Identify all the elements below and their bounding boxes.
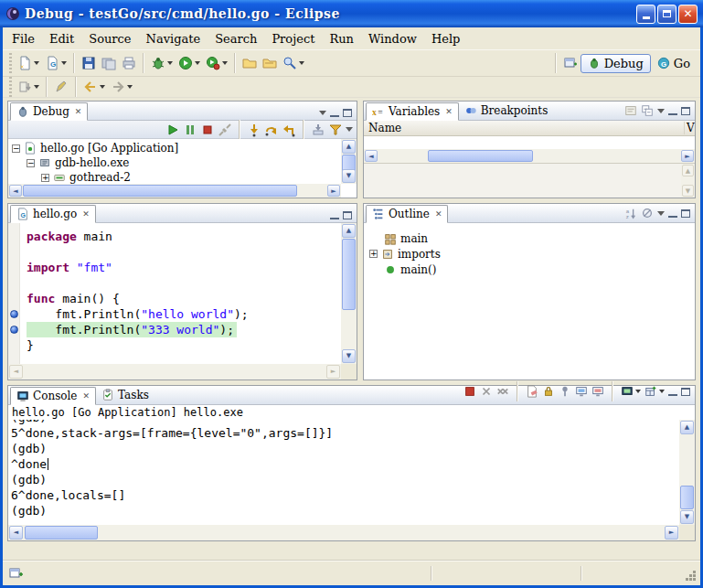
minimize-view-icon[interactable]: [330, 109, 339, 117]
dropdown-arrow-icon[interactable]: [127, 85, 133, 89]
last-edit-location-button[interactable]: [51, 76, 71, 98]
scroll-left-icon[interactable]: ◄: [9, 185, 22, 197]
external-tools-button[interactable]: [203, 52, 230, 74]
scroll-left-icon[interactable]: ◄: [9, 526, 23, 540]
view-menu-icon[interactable]: [657, 211, 665, 216]
perspective-debug-button[interactable]: Debug: [581, 54, 651, 73]
dropdown-arrow-icon[interactable]: [222, 61, 228, 65]
dropdown-arrow-icon[interactable]: [34, 85, 39, 89]
console-vertical-scrollbar[interactable]: ▲ ▼: [679, 420, 695, 525]
toolbar-handle[interactable]: [9, 53, 12, 73]
dropdown-arrow-icon[interactable]: [299, 61, 304, 65]
variables-tree-area[interactable]: [364, 136, 695, 149]
print-button[interactable]: [119, 52, 139, 74]
collapse-expander-icon[interactable]: −: [27, 159, 35, 167]
view-menu-icon[interactable]: [657, 109, 665, 113]
scrollbar-thumb[interactable]: [680, 486, 694, 509]
show-on-stdout-icon[interactable]: [575, 385, 588, 398]
maximize-view-icon[interactable]: [681, 388, 690, 396]
step-into-icon[interactable]: [247, 123, 261, 137]
menu-window[interactable]: Window: [361, 29, 424, 48]
scrollbar-thumb[interactable]: [342, 239, 356, 310]
debug-tree-row[interactable]: − hello.go [Go Application]: [8, 141, 357, 155]
editor-horizontal-scrollbar[interactable]: ◄ ►: [8, 364, 341, 380]
close-tab-icon[interactable]: ✕: [435, 209, 442, 219]
dropdown-arrow-icon[interactable]: [167, 61, 173, 65]
fast-view-bar-icon[interactable]: [8, 566, 23, 581]
menu-navigate[interactable]: Navigate: [139, 29, 208, 48]
toolbar-handle[interactable]: [9, 77, 12, 97]
variables-table-header[interactable]: Name V: [364, 121, 695, 136]
collapse-expander-icon[interactable]: −: [12, 144, 20, 153]
debug-tree[interactable]: − hello.go [Go Application] − gdb-hello.…: [8, 139, 357, 198]
dropdown-arrow-icon[interactable]: [34, 61, 39, 65]
close-tab-icon[interactable]: ✕: [445, 107, 453, 116]
menu-file[interactable]: File: [5, 29, 42, 48]
scroll-down-icon[interactable]: ▼: [680, 510, 694, 524]
minimize-view-icon[interactable]: [668, 107, 677, 115]
perspective-go-button[interactable]: G Go: [651, 55, 697, 72]
remove-all-launches-icon[interactable]: [496, 385, 509, 398]
minimize-view-icon[interactable]: [330, 211, 339, 219]
maximize-view-icon[interactable]: [681, 209, 690, 218]
search-button[interactable]: [280, 52, 307, 74]
step-return-icon[interactable]: [282, 123, 296, 137]
open-perspective-button[interactable]: [560, 52, 581, 74]
close-tab-icon[interactable]: ✕: [82, 209, 90, 219]
maximize-button[interactable]: [657, 5, 676, 24]
minimize-button[interactable]: [636, 5, 655, 24]
outline-item-main-func[interactable]: main(): [364, 262, 695, 277]
view-menu-icon[interactable]: [319, 111, 326, 115]
forward-button[interactable]: [108, 76, 135, 98]
new-package-button[interactable]: [240, 52, 260, 74]
console-horizontal-scrollbar[interactable]: ◄ ►: [8, 525, 679, 540]
detail-vertical-scrollbar[interactable]: ▲ ▼: [681, 164, 695, 198]
outline-tree[interactable]: main + imports main(): [364, 223, 695, 380]
display-selected-console-button[interactable]: [621, 385, 641, 398]
scroll-right-icon[interactable]: ►: [681, 150, 694, 162]
save-button[interactable]: [79, 52, 99, 74]
back-button[interactable]: [80, 76, 108, 98]
menu-project[interactable]: Project: [264, 29, 322, 48]
hide-non-public-icon[interactable]: [641, 207, 654, 219]
tab-debug[interactable]: Debug ✕: [10, 102, 88, 121]
dropdown-arrow-icon[interactable]: [659, 390, 665, 393]
remove-launch-icon[interactable]: [480, 385, 493, 398]
save-all-button[interactable]: [99, 52, 119, 74]
suspend-icon[interactable]: [183, 123, 197, 137]
new-wizard-button[interactable]: [15, 52, 42, 74]
dropdown-arrow-icon[interactable]: [61, 61, 67, 65]
variables-horizontal-scrollbar[interactable]: ◄ ►: [364, 149, 695, 163]
menu-search[interactable]: Search: [208, 29, 264, 48]
scroll-up-icon[interactable]: ▲: [342, 140, 356, 154]
breakpoint-icon[interactable]: [10, 326, 18, 334]
tab-variables[interactable]: x= Variables ✕: [366, 102, 459, 121]
debug-tree-row[interactable]: − gdb-hello.exe: [8, 155, 357, 170]
scroll-up-icon[interactable]: ▲: [680, 421, 694, 434]
scroll-up-icon[interactable]: ▲: [342, 224, 356, 238]
dropdown-arrow-icon[interactable]: [100, 85, 105, 89]
title-bar[interactable]: Debug - testGo/src/cmd/hello.go - Eclips…: [0, 0, 703, 27]
scroll-left-icon[interactable]: ◄: [365, 150, 378, 162]
view-menu-icon[interactable]: [346, 127, 353, 132]
maximize-view-icon[interactable]: [343, 211, 352, 219]
scroll-left-icon[interactable]: ◄: [9, 365, 23, 379]
scroll-down-icon[interactable]: ▼: [342, 169, 356, 183]
debug-vertical-scrollbar[interactable]: ▲ ▼: [341, 139, 357, 184]
debug-button[interactable]: [148, 52, 176, 74]
column-value-header[interactable]: V: [685, 122, 695, 134]
column-name-header[interactable]: Name: [364, 122, 685, 134]
show-type-names-icon[interactable]: [624, 104, 637, 117]
annotation-ruler[interactable]: [8, 223, 20, 364]
minimize-view-icon[interactable]: [668, 209, 677, 218]
expand-expander-icon[interactable]: +: [369, 250, 378, 258]
scrollbar-thumb[interactable]: [428, 150, 533, 162]
collapse-all-icon[interactable]: [641, 104, 654, 117]
drop-to-frame-icon[interactable]: [311, 123, 325, 137]
scroll-up-icon[interactable]: ▲: [682, 165, 694, 176]
menu-edit[interactable]: Edit: [42, 29, 81, 48]
console-output[interactable]: (gdb) 5^done,stack-args=[frame={level="0…: [8, 420, 679, 525]
clear-console-icon[interactable]: [526, 385, 538, 398]
dropdown-arrow-icon[interactable]: [635, 390, 641, 393]
menu-help[interactable]: Help: [424, 29, 468, 48]
